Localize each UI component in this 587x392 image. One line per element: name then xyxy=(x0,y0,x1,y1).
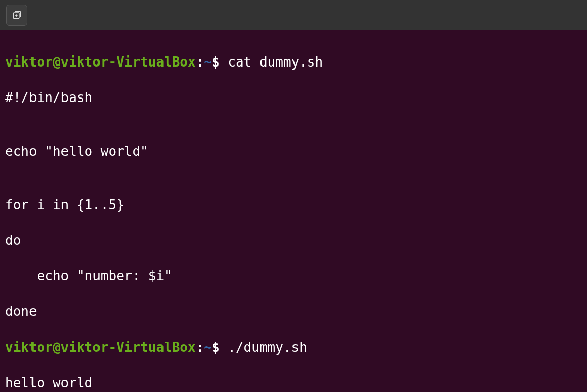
prompt-separator: : xyxy=(196,340,204,355)
prompt-symbol: $ xyxy=(212,340,220,355)
output-line: done xyxy=(5,303,582,320)
prompt-user-host: viktor@viktor-VirtualBox xyxy=(5,340,196,355)
output-line: echo "number: $i" xyxy=(5,267,582,285)
output-line: hello world xyxy=(5,374,582,392)
new-tab-icon xyxy=(12,10,22,20)
prompt-symbol: $ xyxy=(212,54,220,70)
prompt-line-1: viktor@viktor-VirtualBox:~$ cat dummy.sh xyxy=(5,53,582,71)
prompt-separator: : xyxy=(196,54,204,70)
output-line: do xyxy=(5,232,582,249)
titlebar xyxy=(0,0,587,30)
terminal-output[interactable]: viktor@viktor-VirtualBox:~$ cat dummy.sh… xyxy=(0,30,587,392)
output-line: for i in {1..5} xyxy=(5,196,582,214)
prompt-line-2: viktor@viktor-VirtualBox:~$ ./dummy.sh xyxy=(5,339,582,356)
command-1: cat dummy.sh xyxy=(227,54,323,70)
command-2: ./dummy.sh xyxy=(227,340,307,355)
output-line: echo "hello world" xyxy=(5,143,582,160)
prompt-path: ~ xyxy=(204,54,212,70)
prompt-user-host: viktor@viktor-VirtualBox xyxy=(5,54,196,70)
prompt-path: ~ xyxy=(204,340,212,355)
output-line: #!/bin/bash xyxy=(5,89,582,107)
new-tab-button[interactable] xyxy=(6,5,27,26)
